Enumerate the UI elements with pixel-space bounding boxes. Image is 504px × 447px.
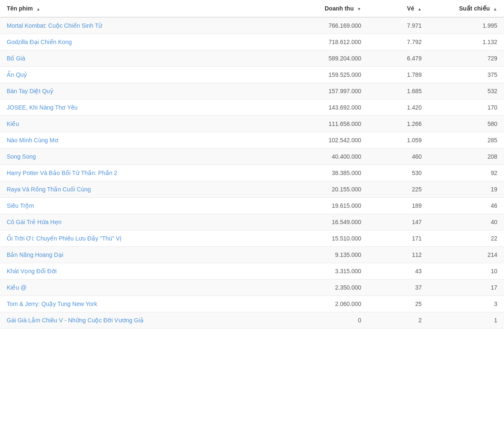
cell-screenings: 22	[428, 230, 504, 247]
table-row: Tom & Jerry: Quậy Tung New York2.060.000…	[0, 296, 504, 312]
table-row: Cô Gái Trẻ Hứa Hẹn16.549.00014740	[0, 214, 504, 230]
cell-movie-name[interactable]: Bàn Tay Diệt Quỷ	[0, 83, 277, 99]
table-body: Mortal Kombat: Cuộc Chiến Sinh Tử766.169…	[0, 17, 504, 329]
cell-screenings: 285	[428, 132, 504, 149]
cell-movie-name[interactable]: Bố Già	[0, 50, 277, 67]
cell-screenings: 3	[428, 296, 504, 312]
cell-revenue: 9.135.000	[277, 247, 368, 263]
cell-tickets: 1.685	[368, 83, 428, 99]
cell-screenings: 40	[428, 214, 504, 230]
cell-movie-name[interactable]: Siêu Trộm	[0, 198, 277, 214]
table-row: JOSEE, Khi Nàng Thơ Yêu143.692.0001.4201…	[0, 99, 504, 116]
cell-movie-name[interactable]: Kiều	[0, 116, 277, 132]
table-row: Mortal Kombat: Cuộc Chiến Sinh Tử766.169…	[0, 17, 504, 34]
col-header-name[interactable]: Tên phim ▲	[0, 0, 277, 17]
col-revenue-sort-icon: ▼	[357, 7, 361, 11]
cell-tickets: 460	[368, 149, 428, 165]
cell-movie-name[interactable]: Kiều @	[0, 280, 277, 296]
cell-screenings: 214	[428, 247, 504, 263]
cell-tickets: 6.479	[368, 50, 428, 67]
cell-tickets: 189	[368, 198, 428, 214]
cell-screenings: 46	[428, 198, 504, 214]
cell-tickets: 7.792	[368, 34, 428, 50]
cell-movie-name[interactable]: Cô Gái Trẻ Hứa Hẹn	[0, 214, 277, 230]
table-row: Ối Trời Ơi: Chuyến Phiêu Lưu Đầy "Thú" V…	[0, 230, 504, 247]
table-row: Song Song40.400.000460208	[0, 149, 504, 165]
cell-tickets: 7.971	[368, 17, 428, 34]
cell-screenings: 10	[428, 263, 504, 280]
col-tickets-label: Vé	[407, 5, 414, 12]
cell-movie-name[interactable]: Mortal Kombat: Cuộc Chiến Sinh Tử	[0, 17, 277, 34]
cell-tickets: 1.420	[368, 99, 428, 116]
col-screenings-sort-icon: ▲	[493, 7, 497, 11]
cell-revenue: 20.155.000	[277, 181, 368, 198]
cell-movie-name[interactable]: JOSEE, Khi Nàng Thơ Yêu	[0, 99, 277, 116]
cell-movie-name[interactable]: Bản Năng Hoang Dại	[0, 247, 277, 263]
cell-revenue: 718.612.000	[277, 34, 368, 50]
table-row: Nào Mình Cùng Mơ102.542.0001.059285	[0, 132, 504, 149]
cell-movie-name[interactable]: Nào Mình Cùng Mơ	[0, 132, 277, 149]
cell-tickets: 43	[368, 263, 428, 280]
cell-revenue: 16.549.000	[277, 214, 368, 230]
cell-screenings: 19	[428, 181, 504, 198]
table-row: Kiều111.658.0001.266580	[0, 116, 504, 132]
cell-tickets: 112	[368, 247, 428, 263]
cell-movie-name[interactable]: Ối Trời Ơi: Chuyến Phiêu Lưu Đầy "Thú" V…	[0, 230, 277, 247]
cell-tickets: 25	[368, 296, 428, 312]
cell-screenings: 375	[428, 67, 504, 83]
table-row: Gái Già Lắm Chiêu V - Những Cuộc Đời Vươ…	[0, 312, 504, 329]
cell-revenue: 766.169.000	[277, 17, 368, 34]
table-row: Bố Già589.204.0006.479729	[0, 50, 504, 67]
cell-movie-name[interactable]: Gái Già Lắm Chiêu V - Những Cuộc Đời Vươ…	[0, 312, 277, 329]
cell-movie-name[interactable]: Ấn Quỷ	[0, 67, 277, 83]
col-header-tickets[interactable]: Vé ▲	[368, 0, 428, 17]
col-header-screenings[interactable]: Suất chiếu ▲	[428, 0, 504, 17]
cell-movie-name[interactable]: Khát Vọng Đổi Đời	[0, 263, 277, 280]
cell-tickets: 1.266	[368, 116, 428, 132]
table-row: Godzilla Đại Chiến Kong718.612.0007.7921…	[0, 34, 504, 50]
cell-revenue: 0	[277, 312, 368, 329]
cell-screenings: 1	[428, 312, 504, 329]
cell-movie-name[interactable]: Song Song	[0, 149, 277, 165]
cell-revenue: 40.400.000	[277, 149, 368, 165]
table-row: Kiều @2.350.0003717	[0, 280, 504, 296]
cell-revenue: 143.692.000	[277, 99, 368, 116]
cell-tickets: 225	[368, 181, 428, 198]
cell-screenings: 208	[428, 149, 504, 165]
cell-movie-name[interactable]: Tom & Jerry: Quậy Tung New York	[0, 296, 277, 312]
cell-tickets: 2	[368, 312, 428, 329]
cell-tickets: 171	[368, 230, 428, 247]
col-screenings-label: Suất chiếu	[459, 5, 490, 12]
cell-revenue: 19.615.000	[277, 198, 368, 214]
cell-movie-name[interactable]: Raya Và Rồng Thần Cuối Cùng	[0, 181, 277, 198]
table-row: Khát Vọng Đổi Đời3.315.0004310	[0, 263, 504, 280]
cell-movie-name[interactable]: Godzilla Đại Chiến Kong	[0, 34, 277, 50]
table-row: Raya Và Rồng Thần Cuối Cùng20.155.000225…	[0, 181, 504, 198]
main-container: Tên phim ▲ Doanh thu ▼ Vé ▲ Suất chiếu ▲…	[0, 0, 504, 447]
col-name-label: Tên phim	[7, 5, 33, 12]
cell-revenue: 15.510.000	[277, 230, 368, 247]
cell-tickets: 1.789	[368, 67, 428, 83]
cell-movie-name[interactable]: Harry Potter Và Bảo Bối Tử Thần: Phần 2	[0, 165, 277, 181]
cell-screenings: 92	[428, 165, 504, 181]
cell-revenue: 157.997.000	[277, 83, 368, 99]
col-name-sort-icon: ▲	[36, 7, 40, 11]
cell-screenings: 1.132	[428, 34, 504, 50]
cell-tickets: 147	[368, 214, 428, 230]
cell-revenue: 111.658.000	[277, 116, 368, 132]
table-header-row: Tên phim ▲ Doanh thu ▼ Vé ▲ Suất chiếu ▲	[0, 0, 504, 17]
cell-screenings: 580	[428, 116, 504, 132]
cell-screenings: 532	[428, 83, 504, 99]
cell-screenings: 17	[428, 280, 504, 296]
movies-table: Tên phim ▲ Doanh thu ▼ Vé ▲ Suất chiếu ▲…	[0, 0, 504, 329]
table-row: Bàn Tay Diệt Quỷ157.997.0001.685532	[0, 83, 504, 99]
col-header-revenue[interactable]: Doanh thu ▼	[277, 0, 368, 17]
cell-screenings: 1.995	[428, 17, 504, 34]
cell-screenings: 170	[428, 99, 504, 116]
col-tickets-sort-icon: ▲	[417, 7, 422, 11]
table-row: Harry Potter Và Bảo Bối Tử Thần: Phần 23…	[0, 165, 504, 181]
table-row: Bản Năng Hoang Dại9.135.000112214	[0, 247, 504, 263]
cell-revenue: 102.542.000	[277, 132, 368, 149]
cell-revenue: 2.060.000	[277, 296, 368, 312]
cell-tickets: 1.059	[368, 132, 428, 149]
